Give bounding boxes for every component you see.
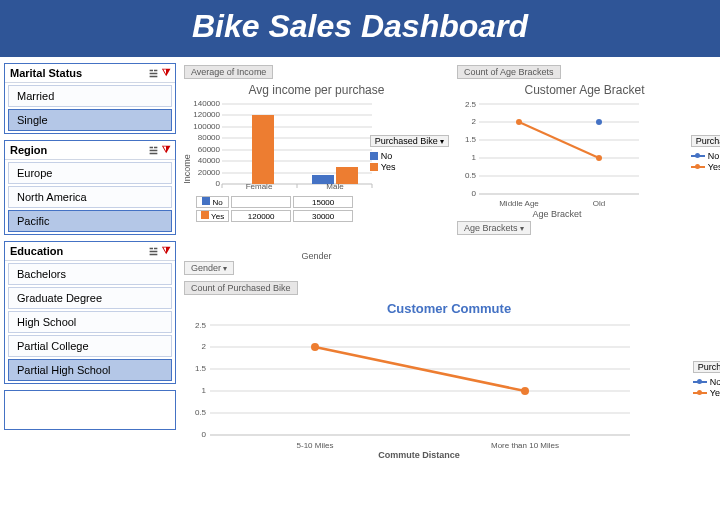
line-chart-svg: 0 0.5 1 1.5 2 2.5 Middle Age Old bbox=[457, 99, 652, 219]
chart-title: Avg income per purchase bbox=[184, 83, 449, 97]
svg-point-57 bbox=[521, 387, 529, 395]
field-dropdown[interactable]: Gender bbox=[184, 261, 234, 275]
svg-text:Old: Old bbox=[593, 199, 605, 208]
chart-age-bracket: Count of Age Brackets Customer Age Brack… bbox=[457, 63, 712, 275]
svg-point-38 bbox=[596, 155, 602, 161]
svg-text:Middle Age: Middle Age bbox=[499, 199, 539, 208]
svg-text:40000: 40000 bbox=[198, 156, 221, 165]
dashboard-header: Bike Sales Dashboard bbox=[0, 0, 720, 57]
svg-text:140000: 140000 bbox=[193, 99, 220, 108]
slicer-marital-status: Marital Status ☱ ⧩ Married Single bbox=[4, 63, 176, 134]
x-axis-label: Gender bbox=[184, 251, 449, 261]
data-table: No15000 Yes12000030000 bbox=[194, 194, 355, 224]
legend-dropdown[interactable]: Purchased Bike bbox=[370, 135, 449, 147]
slicer-title: Region bbox=[10, 144, 145, 156]
slicer-education: Education ☱ ⧩ Bachelors Graduate Degree … bbox=[4, 241, 176, 384]
svg-point-37 bbox=[516, 119, 522, 125]
svg-text:1.5: 1.5 bbox=[465, 135, 477, 144]
field-tag: Count of Age Brackets bbox=[457, 65, 561, 79]
multiselect-icon[interactable]: ☱ bbox=[149, 246, 158, 257]
slicer-item[interactable]: Partial College bbox=[8, 335, 172, 357]
slicer-item[interactable]: Partial High School bbox=[8, 359, 172, 381]
slicer-item[interactable]: Graduate Degree bbox=[8, 287, 172, 309]
svg-text:0: 0 bbox=[216, 179, 221, 188]
slicer-item[interactable]: Single bbox=[8, 109, 172, 131]
svg-text:60000: 60000 bbox=[198, 145, 221, 154]
chart-legend: Purchased Bike No Yes bbox=[370, 135, 449, 173]
clear-filter-icon[interactable]: ⧩ bbox=[162, 245, 170, 257]
field-dropdown[interactable]: Age Brackets bbox=[457, 221, 531, 235]
slicer-region: Region ☱ ⧩ Europe North America Pacific bbox=[4, 140, 176, 235]
svg-text:120000: 120000 bbox=[193, 110, 220, 119]
main-area: Marital Status ☱ ⧩ Married Single Region… bbox=[0, 57, 720, 468]
multiselect-icon[interactable]: ☱ bbox=[149, 145, 158, 156]
chart-income: Average of Income Avg income per purchas… bbox=[184, 63, 449, 275]
slicer-item[interactable]: Pacific bbox=[8, 210, 172, 232]
clear-filter-icon[interactable]: ⧩ bbox=[162, 67, 170, 79]
svg-text:80000: 80000 bbox=[198, 133, 221, 142]
svg-text:100000: 100000 bbox=[193, 122, 220, 131]
svg-text:Age Bracket: Age Bracket bbox=[532, 209, 582, 219]
dashboard-title: Bike Sales Dashboard bbox=[192, 8, 528, 44]
svg-text:Male: Male bbox=[326, 182, 344, 191]
svg-text:2.5: 2.5 bbox=[465, 100, 477, 109]
clear-filter-icon[interactable]: ⧩ bbox=[162, 144, 170, 156]
slicer-header: Region ☱ ⧩ bbox=[5, 141, 175, 160]
chart-legend: Purchased Bike No Yes bbox=[691, 135, 720, 173]
slicer-header: Marital Status ☱ ⧩ bbox=[5, 64, 175, 83]
chart-commute: Count of Purchased Bike Customer Commute… bbox=[184, 279, 714, 462]
svg-text:Female: Female bbox=[246, 182, 273, 191]
multiselect-icon[interactable]: ☱ bbox=[149, 68, 158, 79]
svg-text:1.5: 1.5 bbox=[195, 364, 207, 373]
slicer-header: Education ☱ ⧩ bbox=[5, 242, 175, 261]
field-tag: Average of Income bbox=[184, 65, 273, 79]
charts-area: Average of Income Avg income per purchas… bbox=[180, 57, 720, 468]
svg-text:1: 1 bbox=[202, 386, 207, 395]
svg-text:More than 10 Miles: More than 10 Miles bbox=[491, 441, 559, 450]
svg-text:2.5: 2.5 bbox=[195, 321, 207, 330]
slicer-item[interactable]: Europe bbox=[8, 162, 172, 184]
svg-point-39 bbox=[596, 119, 602, 125]
svg-text:0.5: 0.5 bbox=[465, 171, 477, 180]
legend-dropdown[interactable]: Purchased Bike bbox=[691, 135, 720, 147]
slicer-panel: Marital Status ☱ ⧩ Married Single Region… bbox=[0, 57, 180, 468]
svg-text:0: 0 bbox=[202, 430, 207, 439]
svg-text:2: 2 bbox=[202, 342, 207, 351]
legend-dropdown[interactable]: Purchased Bike bbox=[693, 361, 720, 373]
y-axis-label: Income bbox=[184, 154, 192, 184]
svg-text:Commute Distance: Commute Distance bbox=[378, 450, 460, 460]
svg-point-56 bbox=[311, 343, 319, 351]
slicer-title: Marital Status bbox=[10, 67, 145, 79]
chart-title: Customer Commute bbox=[184, 301, 714, 316]
svg-text:0: 0 bbox=[472, 189, 477, 198]
slicer-item[interactable]: Married bbox=[8, 85, 172, 107]
line-chart-svg: 0 0.5 1 1.5 2 2.5 5-10 Miles More than 1… bbox=[184, 320, 644, 460]
svg-text:5-10 Miles: 5-10 Miles bbox=[297, 441, 334, 450]
svg-rect-16 bbox=[252, 115, 274, 184]
svg-text:0.5: 0.5 bbox=[195, 408, 207, 417]
slicer-item[interactable]: North America bbox=[8, 186, 172, 208]
slicer-title: Education bbox=[10, 245, 145, 257]
chart-legend: Purchased Bike No Yes bbox=[693, 361, 720, 399]
slicer-item[interactable]: High School bbox=[8, 311, 172, 333]
svg-text:2: 2 bbox=[472, 117, 477, 126]
chart-title: Customer Age Bracket bbox=[457, 83, 712, 97]
slicer-empty bbox=[4, 390, 176, 430]
svg-text:1: 1 bbox=[472, 153, 477, 162]
field-tag: Count of Purchased Bike bbox=[184, 281, 298, 295]
svg-text:20000: 20000 bbox=[198, 168, 221, 177]
slicer-item[interactable]: Bachelors bbox=[8, 263, 172, 285]
